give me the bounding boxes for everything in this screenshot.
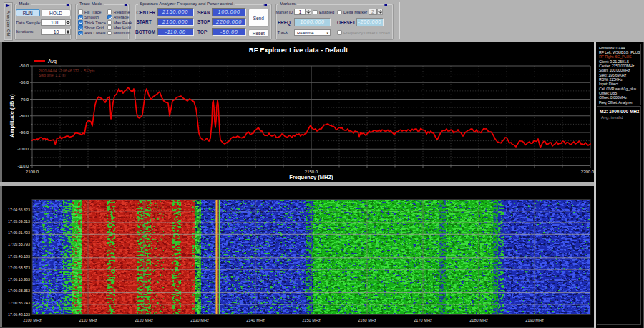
svg-text:17:04:56.623: 17:04:56.623 — [8, 207, 30, 211]
svg-text:Avg: Avg — [48, 59, 57, 64]
svg-text:-60.0: -60.0 — [19, 80, 29, 85]
svg-text:-110.0: -110.0 — [18, 164, 29, 168]
svg-text:RF Explorer Live data - Defaul: RF Explorer Live data - Default — [249, 46, 348, 54]
svg-text:17:05:46.183: 17:05:46.183 — [8, 254, 30, 258]
svg-text:Frequency (MHZ): Frequency (MHZ) — [289, 174, 333, 180]
svg-text:17:05:09.013: 17:05:09.013 — [8, 218, 30, 223]
svg-text:-90.0: -90.0 — [19, 130, 29, 135]
svg-text:17:05:33.793: 17:05:33.793 — [8, 242, 30, 246]
svg-text:2150.0: 2150.0 — [305, 170, 318, 174]
svg-text:2180 MHz: 2180 MHz — [469, 318, 488, 322]
svg-text:2100 MHz: 2100 MHz — [23, 318, 42, 322]
svg-text:2150 MHz: 2150 MHz — [302, 318, 321, 322]
svg-text:2140 MHz: 2140 MHz — [246, 318, 265, 322]
svg-text:Swp time: 1.2 (s): Swp time: 1.2 (s) — [39, 73, 66, 77]
svg-text:17:06:23.353: 17:06:23.353 — [8, 289, 30, 293]
svg-text:2200.0: 2200.0 — [581, 170, 594, 174]
svg-text:2160 MHz: 2160 MHz — [358, 318, 376, 322]
svg-text:Amplitude (dBm): Amplitude (dBm) — [9, 94, 15, 138]
svg-text:17:06:10.963: 17:06:10.963 — [8, 277, 30, 281]
svg-text:2190 MHz: 2190 MHz — [525, 318, 544, 322]
svg-text:17:06:48.133: 17:06:48.133 — [8, 312, 30, 316]
svg-text:-50.0: -50.0 — [19, 64, 29, 68]
svg-text:-100.0: -100.0 — [17, 147, 29, 151]
svg-text:2020-04-04 17:06:46.372 - 51: 2020-04-04 17:06:46.372 - 512pts — [39, 69, 95, 73]
svg-text:2110 MHz: 2110 MHz — [79, 318, 97, 322]
svg-text:17:05:58.573: 17:05:58.573 — [8, 265, 30, 269]
svg-text:-80.0: -80.0 — [19, 114, 29, 118]
svg-text:2100.0: 2100.0 — [26, 170, 39, 174]
svg-text:17:05:21.403: 17:05:21.403 — [8, 231, 30, 235]
svg-text:2130 MHz: 2130 MHz — [190, 318, 209, 322]
svg-text:17:06:35.743: 17:06:35.743 — [8, 300, 30, 304]
svg-text:2170 MHz: 2170 MHz — [414, 318, 432, 322]
svg-text:2120 MHz: 2120 MHz — [135, 318, 153, 322]
svg-text:-70.0: -70.0 — [19, 97, 29, 102]
